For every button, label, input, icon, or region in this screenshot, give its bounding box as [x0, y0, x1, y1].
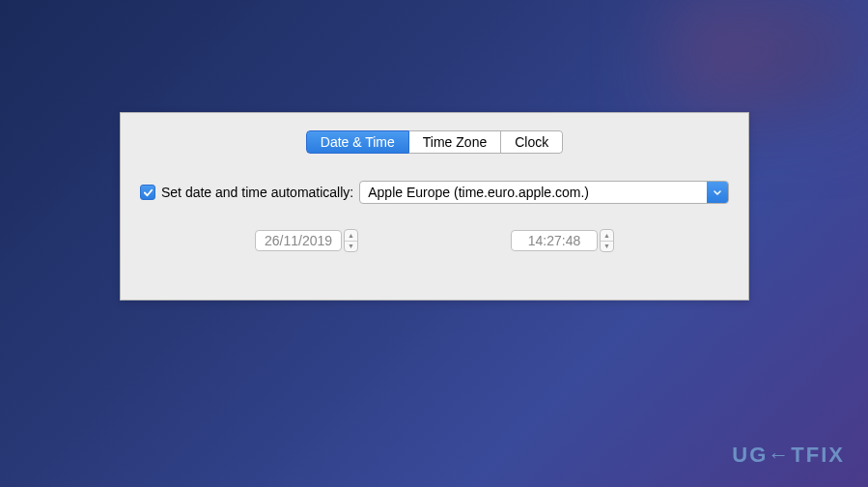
time-step-up[interactable]: ▲ — [601, 230, 613, 242]
date-step-down[interactable]: ▼ — [345, 242, 357, 252]
tab-time-zone[interactable]: Time Zone — [409, 130, 501, 154]
auto-time-checkbox[interactable] — [140, 185, 155, 200]
chevron-down-icon — [713, 187, 722, 197]
time-step-down[interactable]: ▼ — [601, 242, 613, 252]
content-area: Set date and time automatically: Apple E… — [121, 181, 748, 252]
chevron-up-icon: ▲ — [603, 232, 610, 239]
time-stepper: 14:27:48 ▲ ▼ — [511, 229, 614, 252]
time-server-dropdown[interactable]: Apple Europe (time.euro.apple.com.) — [359, 181, 729, 204]
tab-label: Date & Time — [321, 134, 395, 150]
chevron-down-icon: ▼ — [603, 243, 610, 249]
tab-label: Time Zone — [423, 134, 487, 150]
date-step-up[interactable]: ▲ — [345, 230, 357, 242]
date-stepper: 26/11/2019 ▲ ▼ — [255, 229, 358, 252]
auto-time-row: Set date and time automatically: Apple E… — [140, 181, 729, 204]
checkmark-icon — [143, 187, 154, 198]
date-time-preferences-panel: Date & Time Time Zone Clock Set date and… — [120, 112, 749, 301]
date-stepper-buttons: ▲ ▼ — [344, 229, 358, 252]
time-stepper-buttons: ▲ ▼ — [600, 229, 614, 252]
time-server-value: Apple Europe (time.euro.apple.com.) — [360, 185, 707, 200]
tab-date-time[interactable]: Date & Time — [306, 130, 409, 154]
date-field[interactable]: 26/11/2019 — [255, 230, 342, 251]
chevron-down-icon: ▼ — [348, 243, 354, 249]
chevron-up-icon: ▲ — [348, 232, 354, 239]
tab-bar: Date & Time Time Zone Clock — [121, 113, 748, 154]
tab-group: Date & Time Time Zone Clock — [306, 130, 563, 154]
auto-time-label: Set date and time automatically: — [161, 185, 353, 200]
tab-label: Clock — [515, 134, 548, 150]
watermark-logo: UG←TFIX — [732, 443, 845, 468]
dropdown-arrow — [707, 182, 728, 203]
tab-clock[interactable]: Clock — [501, 130, 563, 154]
time-field[interactable]: 14:27:48 — [511, 230, 598, 251]
date-time-values-row: 26/11/2019 ▲ ▼ 14:27:48 ▲ — [140, 229, 729, 252]
